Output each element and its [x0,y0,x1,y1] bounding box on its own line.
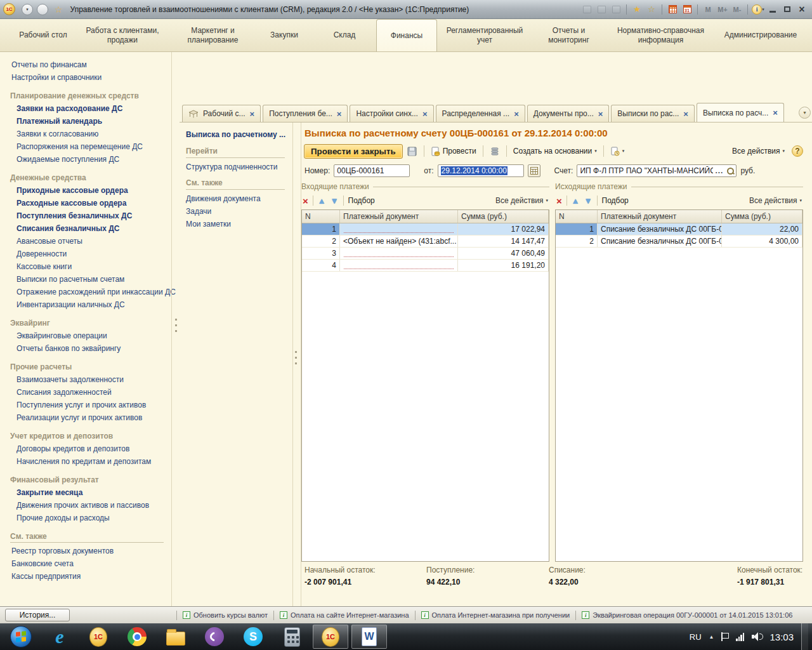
column-header-n[interactable]: N [556,210,598,223]
close-icon[interactable]: × [337,110,342,118]
outgoing-all-actions-button[interactable]: Все действия ▾ [749,196,802,205]
column-header-document[interactable]: Платежный документ [598,210,722,223]
taskbar-1c-running[interactable]: 1С [313,625,348,649]
sidebar-splitter[interactable] [171,52,180,606]
document-movements-button[interactable] [488,145,502,157]
cell-document[interactable]: Списание безналичных ДС 00ГБ-0... [598,235,722,247]
table-row[interactable]: 1 17 022,94 [302,223,549,235]
status-link-currency-rates[interactable]: i Обновить курсы валют [183,611,268,619]
cell-sum[interactable]: 16 191,20 [458,260,549,271]
taskbar-clock[interactable]: 13:03 [769,632,794,642]
section-tab-purchases[interactable]: Закупки [256,19,313,51]
account-input[interactable]: ИП Ф-Л ПТР ПАО "ХАНТЫ-МАНСИЙСКИЙ БА ... [577,164,737,177]
cell-sum[interactable]: 17 022,94 [458,223,549,235]
sidebar-item-cash-inventories[interactable]: Инвентаризации наличных ДС [0,298,171,311]
language-indicator[interactable]: RU [690,632,702,642]
close-icon[interactable]: × [422,110,428,118]
close-icon[interactable]: × [250,110,255,118]
help-button[interactable]: ? [792,145,803,157]
doc-tab-cashless-receipts[interactable]: Поступления бе... × [263,105,348,122]
taskbar-file-explorer[interactable] [158,624,193,649]
favorites-star-icon[interactable]: ☆ [55,4,63,15]
cell-sum[interactable]: 22,00 [722,223,802,235]
cell-document[interactable] [340,223,458,235]
sidebar-item-services-sales[interactable]: Реализации услуг и прочих активов [0,411,171,424]
sidebar-item-approval-requests[interactable]: Заявки к согласованию [0,128,171,140]
save-button[interactable] [405,145,419,157]
sidebar-item-cashless-receipts[interactable]: Поступления безналичных ДС [0,209,171,222]
volume-icon[interactable] [752,632,762,641]
section-tab-reference-info[interactable]: Нормативно-справочная информация [605,19,716,51]
taskbar-skype[interactable]: S [235,624,271,649]
sidebar-item-advance-reports[interactable]: Авансовые отчеты [0,235,171,248]
section-tab-reports-monitoring[interactable]: Отчеты и мониторинг [532,19,605,51]
main-menu-button[interactable]: ▾ [22,4,33,15]
info-button[interactable]: i▾ [752,4,764,15]
cell-n[interactable]: 2 [302,235,340,247]
doc-tab-desktop[interactable]: Рабочий с... × [182,105,261,122]
calendar-icon[interactable]: 31 [681,4,693,15]
taskbar-1c-launcher[interactable]: 1С [81,624,116,649]
tab-list-dropdown-button[interactable]: ▾ [799,107,811,119]
post-button[interactable]: Провести [429,145,478,157]
sidebar-item-acquiring-bank-reports[interactable]: Отчеты банков по эквайрингу [0,342,171,355]
nav-link-document-movements[interactable]: Движения документа [186,192,292,205]
section-tab-administration[interactable]: Администрирование [716,19,805,51]
sidebar-item-cash-expense-orders[interactable]: Расходные кассовые ордера [0,197,171,209]
hidden-icons-button[interactable]: ▲ [709,634,714,640]
network-icon[interactable] [736,633,744,641]
taskbar-word-running[interactable]: W [351,625,387,649]
account-select-button[interactable]: ... [713,166,725,175]
section-tab-desktop[interactable]: Рабочий стол [11,19,75,51]
close-icon[interactable]: × [598,110,603,118]
sidebar-item-acquiring-operations[interactable]: Эквайринговые операции [0,329,171,342]
cell-n[interactable]: 1 [302,223,340,235]
taskbar-viber[interactable] [197,624,232,649]
date-input[interactable]: 29.12.2014 0:00:00 [438,164,524,177]
table-row[interactable]: 3 47 060,49 [302,248,549,260]
delete-row-icon[interactable]: × [303,196,308,206]
create-based-on-button[interactable]: Создать на основании ▾ [511,145,599,157]
close-icon[interactable]: × [683,110,688,118]
sidebar-item-debt-offsets[interactable]: Взаимозачеты задолженности [0,373,171,386]
doc-tab-statements-list[interactable]: Выписки по рас... × [611,105,695,122]
sidebar-item-transfer-orders[interactable]: Распоряжения на перемещение ДС [0,140,171,153]
sidebar-item-spending-requests[interactable]: Заявки на расходование ДС [0,102,171,115]
show-desktop-button[interactable] [801,623,808,650]
table-row[interactable]: 4 16 191,20 [302,260,549,272]
sidebar-item-cash-receipt-orders[interactable]: Приходные кассовые ордера [0,184,171,197]
cell-n[interactable]: 3 [302,248,340,259]
status-link-site-payment[interactable]: i Оплата на сайте Интернет-магазина [280,611,409,619]
delete-row-icon[interactable]: × [556,196,562,206]
section-tab-finance[interactable]: Финансы [376,19,437,51]
memory-m-plus-button[interactable]: M+ [716,4,729,15]
nav-link-tasks[interactable]: Задачи [186,205,292,218]
memory-m-minus-button[interactable]: M- [731,4,743,15]
sidebar-item-month-closing[interactable]: Закрытие месяца [0,486,171,499]
add-to-favorites-icon[interactable]: ★ [631,4,643,15]
sidebar-item-debt-writeoffs[interactable]: Списания задолженностей [0,386,171,399]
sidebar-item-trade-documents-register[interactable]: Реестр торговых документов [0,545,171,557]
table-row[interactable]: 2 <Объект не найден> (431:abcf... 14 147… [302,235,549,248]
cell-sum[interactable]: 47 060,49 [458,248,549,259]
section-tab-marketing[interactable]: Маркетинг и планирование [170,19,256,51]
column-header-sum[interactable]: Сумма (руб.) [722,210,802,223]
sidebar-item-settings-references[interactable]: Настройки и справочники [0,71,171,84]
column-header-sum[interactable]: Сумма (руб.) [458,210,549,223]
close-icon[interactable]: × [773,109,778,117]
cell-document[interactable]: Списание безналичных ДС 00ГБ-0... [598,223,722,235]
sidebar-item-payment-calendar[interactable]: Платежный календарь [0,115,171,128]
sidebar-item-services-receipts[interactable]: Поступления услуг и прочих активов [0,399,171,411]
sidebar-item-bank-statements[interactable]: Выписки по расчетным счетам [0,273,171,286]
sidebar-item-powers-of-attorney[interactable]: Доверенности [0,248,171,260]
table-row[interactable]: 2 Списание безналичных ДС 00ГБ-0... 4 30… [556,235,802,248]
print-menu-button[interactable]: ▾ [608,145,627,157]
sidebar-item-company-cash-desks[interactable]: Кассы предприятия [0,570,171,583]
sidebar-item-expected-receipts[interactable]: Ожидаемые поступления ДС [0,153,171,166]
section-tab-regulated-accounting[interactable]: Регламентированный учет [437,19,532,51]
date-picker-button[interactable] [528,164,540,177]
cell-document[interactable] [340,248,458,259]
taskbar-calculator[interactable] [274,624,310,649]
pick-button[interactable]: Подбор [602,196,629,205]
pick-button[interactable]: Подбор [348,196,375,205]
